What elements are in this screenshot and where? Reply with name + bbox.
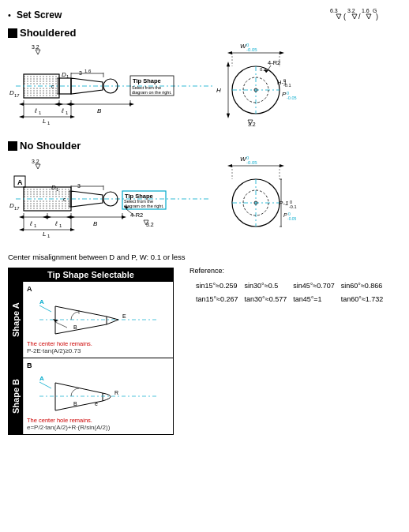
svg-marker-149 xyxy=(66,215,71,219)
svg-text:): ) xyxy=(376,13,378,21)
svg-text:3.2: 3.2 xyxy=(347,8,355,13)
shape-b-svg: A B e xyxy=(36,371,162,414)
svg-marker-47 xyxy=(70,115,75,118)
svg-text:3.2: 3.2 xyxy=(32,44,39,50)
svg-marker-11 xyxy=(36,50,40,54)
svg-marker-145 xyxy=(70,228,75,231)
no-shoulder-left-svg: A 3.2 D 17 D 1 xyxy=(8,154,217,245)
svg-text:1: 1 xyxy=(47,234,51,238)
shouldered-header: Shouldered xyxy=(8,27,401,39)
svg-text:4-R2: 4-R2 xyxy=(268,59,280,66)
svg-line-189 xyxy=(55,322,67,328)
svg-text:3: 3 xyxy=(77,183,81,189)
tip-row-shape-b: Shape B B A xyxy=(9,358,173,434)
svg-text:c: c xyxy=(63,197,66,202)
svg-text:1: 1 xyxy=(39,111,42,115)
svg-text:B: B xyxy=(93,220,98,227)
svg-text:B: B xyxy=(73,324,77,330)
svg-marker-51 xyxy=(66,103,71,106)
tip-shape-icons: 6.3 ( 3.2 / 1.6 G ) xyxy=(330,6,393,24)
svg-marker-94 xyxy=(280,51,284,54)
shape-b-text: Shape B xyxy=(11,379,21,414)
svg-text:L: L xyxy=(43,230,46,238)
shape-b-note-red: The center hole remains. xyxy=(27,417,92,424)
svg-marker-93 xyxy=(227,51,232,54)
svg-text:-0.1: -0.1 xyxy=(289,204,296,209)
reference-label: Reference: xyxy=(189,267,224,275)
ref-tan15: tan15°≈0.267 xyxy=(196,293,238,305)
ref-sin15: sin15°≈0.259 xyxy=(196,279,238,292)
bottom-section: Tip Shape Selectable Shape A A xyxy=(8,264,401,435)
svg-text:Tip Shape: Tip Shape xyxy=(133,77,161,84)
reference-section: Reference: sin15°≈0.259 sin30°≈0.5 sin45… xyxy=(189,264,389,307)
svg-text:3: 3 xyxy=(79,70,82,76)
svg-text:/: / xyxy=(358,13,361,21)
svg-marker-1 xyxy=(336,14,341,19)
ref-sin45: sin45°≈0.707 xyxy=(293,279,335,292)
ref-sin30: sin30°≈0.5 xyxy=(245,279,287,292)
shape-a-note: The center hole remains. P-2E·tan(A/2)≥0… xyxy=(27,340,170,354)
svg-text:-0.05: -0.05 xyxy=(287,96,297,100)
shape-a-content: A A xyxy=(23,282,173,358)
svg-text:-0.05: -0.05 xyxy=(246,160,257,165)
shape-b-sub-text: B xyxy=(27,362,32,369)
svg-text:17: 17 xyxy=(14,93,20,98)
ref-sin60: sin60°≈0.866 xyxy=(341,279,384,292)
svg-text:ℓ: ℓ xyxy=(34,107,37,114)
shape-b-note-formula: e=P/2·tan(A/2)+R·(R/sin(A/2)) xyxy=(27,424,110,431)
shouldered-section: Shouldered 3.2 D 17 xyxy=(8,27,401,132)
svg-text:H: H xyxy=(216,87,221,94)
shape-b-note: The center hole remains. e=P/2·tan(A/2)+… xyxy=(27,417,170,431)
svg-marker-132 xyxy=(19,215,24,219)
svg-line-186 xyxy=(107,317,118,320)
svg-text:diagram on the right.: diagram on the right. xyxy=(124,204,164,208)
tip-table-title: Tip Shape Selectable xyxy=(9,268,173,281)
section-black-box xyxy=(8,28,17,38)
shape-b-label: Shape B xyxy=(9,358,23,434)
svg-marker-169 xyxy=(227,164,232,167)
reference-table: sin15°≈0.259 sin30°≈0.5 sin45°≈0.707 sin… xyxy=(189,279,389,306)
svg-marker-82 xyxy=(227,114,230,118)
reference-title: Reference: xyxy=(189,264,389,277)
svg-text:L: L xyxy=(43,118,46,125)
svg-marker-137 xyxy=(43,215,47,219)
shape-a-svg: A B xyxy=(36,294,162,338)
ref-row-1: sin15°≈0.259 sin30°≈0.5 sin45°≈0.707 sin… xyxy=(196,279,383,292)
svg-text:c: c xyxy=(51,84,54,89)
misalignment-note: Center misalignment between D and P, W: … xyxy=(8,253,401,261)
svg-text:A: A xyxy=(39,375,44,382)
svg-marker-34 xyxy=(19,103,24,106)
svg-marker-116 xyxy=(71,191,103,207)
set-screw-label: • Set Screw xyxy=(8,9,62,21)
svg-marker-4 xyxy=(352,14,357,19)
svg-marker-39 xyxy=(54,103,59,106)
tip-shape-table: Tip Shape Selectable Shape A A xyxy=(8,268,174,435)
no-shoulder-title: No Shoulder xyxy=(20,140,81,152)
svg-marker-150 xyxy=(122,215,126,219)
section-black-box-2 xyxy=(8,141,17,151)
no-shoulder-diagram-area: A 3.2 D 17 D 1 xyxy=(8,154,401,245)
svg-text:1: 1 xyxy=(66,111,69,115)
shape-b-diagram: A B e xyxy=(27,371,170,414)
svg-text:e: e xyxy=(95,401,98,406)
shouldered-diagram-area: 3.2 D 17 D 1 xyxy=(8,41,401,132)
shape-b-sub-label: B xyxy=(27,362,170,369)
svg-text:0.2: 0.2 xyxy=(260,67,267,72)
page: • Set Screw 6.3 ( 3.2 / 1.6 G ) xyxy=(0,0,409,532)
shouldered-right-svg: W 0 -0.05 4-R2 xyxy=(212,41,307,132)
svg-marker-52 xyxy=(129,103,134,106)
tip-table-body: Shape A A A xyxy=(9,281,173,434)
ref-row-2: tan15°≈0.267 tan30°≈0.577 tan45°=1 tan60… xyxy=(196,293,383,305)
shouldered-title: Shouldered xyxy=(20,27,77,39)
svg-marker-81 xyxy=(227,62,230,66)
svg-line-194 xyxy=(39,382,51,388)
svg-text:-0.1: -0.1 xyxy=(283,83,291,88)
svg-marker-8 xyxy=(366,14,371,19)
ref-tan45: tan45°=1 xyxy=(293,293,335,305)
svg-text:4-R2: 4-R2 xyxy=(130,212,143,219)
svg-text:P-1: P-1 xyxy=(279,200,288,207)
no-shoulder-right-svg: W 0 -0.05 xyxy=(212,154,307,245)
shouldered-left-diagram: 3.2 D 17 D 1 xyxy=(8,41,217,132)
tip-row-shape-a: Shape A A A xyxy=(9,281,173,358)
svg-text:(: ( xyxy=(343,13,346,21)
